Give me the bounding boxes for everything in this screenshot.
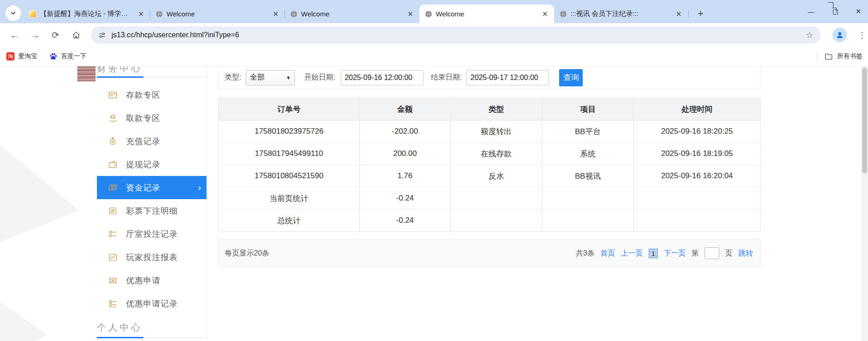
tab-close-icon[interactable]: ✕ [540, 10, 550, 19]
sidebar-section-title-personal: 个人中心 [97, 321, 207, 334]
cell-empty [450, 187, 542, 210]
sidebar-item-player-bet-report[interactable]: 玩家投注报表 [97, 246, 207, 269]
sidebar-item-promo-apply[interactable]: 优惠申请 [97, 269, 207, 292]
all-bookmarks-label: 所有书签 [837, 52, 863, 60]
column-header-type: 类型 [450, 98, 542, 120]
current-page-badge: 1 [649, 249, 658, 258]
sidebar-item-label: 存款专区 [126, 90, 161, 100]
pagination-bar: 每页显示20条 共3条 首页 上一页 1 下一页 第 页 跳转 [218, 239, 761, 267]
tab-forum[interactable]: 【新提醒】海燕论坛 - 博学交流 ✕ [24, 5, 150, 23]
sidebar-item-promo-apply-records[interactable]: 优惠申请记录 [97, 292, 207, 315]
page-jump-input[interactable] [705, 247, 719, 259]
home-icon [71, 30, 81, 40]
cell-project: 系统 [542, 143, 634, 165]
sidebar-item-deposit-zone[interactable]: 存款专区 [97, 83, 207, 106]
minimize-button[interactable]: — [804, 5, 818, 18]
sidebar-item-label: 充值记录 [126, 136, 161, 147]
page-scrollbar[interactable] [861, 66, 868, 341]
type-select-value: 全部 [250, 73, 286, 82]
first-page-link[interactable]: 首页 [601, 249, 615, 258]
profile-avatar[interactable] [833, 28, 847, 42]
forward-button[interactable]: → [27, 27, 43, 43]
cell-empty [450, 210, 542, 232]
tab-welcome-active[interactable]: Welcome ✕ [419, 5, 554, 23]
column-header-project: 项目 [542, 98, 634, 120]
globe-favicon [425, 10, 432, 18]
cell-empty [634, 187, 761, 210]
tab-close-icon[interactable]: ✕ [136, 10, 146, 19]
sidebar-item-recharge-records[interactable]: 充值记录 [97, 130, 207, 153]
bookmark-baidu[interactable]: 百度一下 [49, 47, 86, 66]
sidebar-item-withdraw-zone[interactable]: 取款专区 [97, 106, 207, 130]
lottery-detail-icon [108, 206, 118, 216]
tab-close-icon[interactable]: ✕ [271, 10, 280, 19]
end-date-label: 结束日期: [431, 73, 462, 82]
cell-empty [542, 187, 634, 210]
start-date-input[interactable] [341, 70, 424, 85]
sidebar-section-title-finance: 财务中心 [97, 66, 207, 75]
sidebar-item-lottery-bet-detail[interactable]: 彩票下注明细 [97, 199, 207, 222]
browser-menu-button[interactable]: ⋮ [857, 27, 867, 43]
cell-project: BB平台 [542, 120, 634, 143]
sidebar-item-funds-records[interactable]: 资金记录 › [97, 176, 207, 199]
table-row: 1758017945499110 200.00 在线存款 系统 2025-09-… [219, 143, 761, 165]
all-bookmarks[interactable]: 所有书签 [816, 47, 863, 66]
scrollbar-thumb[interactable] [862, 68, 867, 173]
site-info-icon[interactable] [98, 31, 106, 39]
tab-close-icon[interactable]: ✕ [406, 10, 415, 19]
tab-search-button[interactable] [5, 5, 21, 21]
type-select[interactable]: 全部 ▼ [246, 70, 295, 85]
total-count-text: 共3条 [576, 249, 595, 258]
cell-empty [542, 210, 634, 232]
table-header-row: 订单号 金额 类型 项目 处理时间 [219, 98, 761, 120]
tab-close-icon[interactable]: ✕ [674, 10, 683, 19]
query-button[interactable]: 查询 [559, 69, 583, 86]
cell-amount: -0.24 [359, 187, 450, 210]
tab-welcome-1[interactable]: Welcome ✕ [150, 5, 285, 23]
sidebar-item-label: 取款专区 [126, 113, 161, 124]
table-row-page-subtotal: 当前页统计 -0.24 [219, 187, 761, 210]
prev-page-link[interactable]: 上一页 [621, 249, 643, 258]
sidebar-item-withdrawal-records[interactable]: 提现记录 [97, 153, 207, 176]
address-bar[interactable]: js13.cc/hhcp/usercenter.html?iniType=6 ☆ [91, 26, 821, 44]
recharge-bag-icon [108, 136, 118, 146]
url-text[interactable]: js13.cc/hhcp/usercenter.html?iniType=6 [111, 31, 806, 39]
tab-betting-records[interactable]: :::视讯 会员下注纪录::: ✕ [554, 5, 688, 23]
new-tab-button[interactable]: + [693, 6, 708, 21]
column-header-order-no: 订单号 [219, 98, 360, 120]
sidebar-item-hall-bet-records[interactable]: 厅室投注记录 [97, 222, 207, 246]
next-page-link[interactable]: 下一页 [664, 249, 686, 258]
cell-time: 2025-09-16 18:19:05 [634, 143, 761, 165]
reload-button[interactable]: ⟳ [47, 27, 64, 43]
section-title-underline [97, 337, 207, 338]
table-row-grand-total: 总统计 -0.24 [219, 210, 761, 232]
jump-action-link[interactable]: 跳转 [738, 249, 753, 258]
end-date-input[interactable] [466, 70, 549, 85]
cell-time: 2025-09-16 16:20:04 [634, 165, 761, 187]
type-filter-label: 类型: [225, 73, 241, 82]
page-size-text: 每页显示20条 [225, 249, 269, 258]
background-watermark [0, 294, 47, 341]
deposit-card-icon [108, 90, 118, 100]
tab-title: Welcome [436, 10, 537, 18]
restore-button[interactable] [828, 5, 842, 18]
page-content: 财务中心 存款专区 取款专区 充值记录 [0, 66, 861, 341]
tabs-container: 【新提醒】海燕论坛 - 博学交流 ✕ Welcome ✕ Welcome ✕ W… [24, 5, 688, 23]
forum-favicon [29, 10, 36, 18]
bookmark-taobao[interactable]: 淘 爱淘宝 [6, 47, 37, 66]
back-button[interactable]: ← [6, 27, 23, 43]
cell-time: 2025-09-16 18:20:25 [634, 120, 761, 143]
bookmark-label: 爱淘宝 [18, 52, 37, 60]
clipped-banner-fragment [77, 66, 96, 81]
tab-welcome-2[interactable]: Welcome ✕ [285, 5, 419, 23]
close-window-button[interactable]: ✕ [852, 5, 865, 18]
cell-amount: 1.76 [359, 165, 450, 187]
tab-divider [688, 10, 689, 18]
sidebar-item-label: 玩家投注报表 [126, 252, 178, 263]
table-row: 1758010804521590 1.76 反水 BB视讯 2025-09-16… [219, 165, 761, 187]
bookmark-star-icon[interactable]: ☆ [806, 30, 813, 40]
home-button[interactable] [68, 27, 84, 43]
background-watermark [0, 137, 88, 259]
sidebar-item-label: 厅室投注记录 [126, 229, 178, 240]
filter-bar: 类型: 全部 ▼ 开始日期: 结束日期: 查询 [218, 66, 761, 89]
